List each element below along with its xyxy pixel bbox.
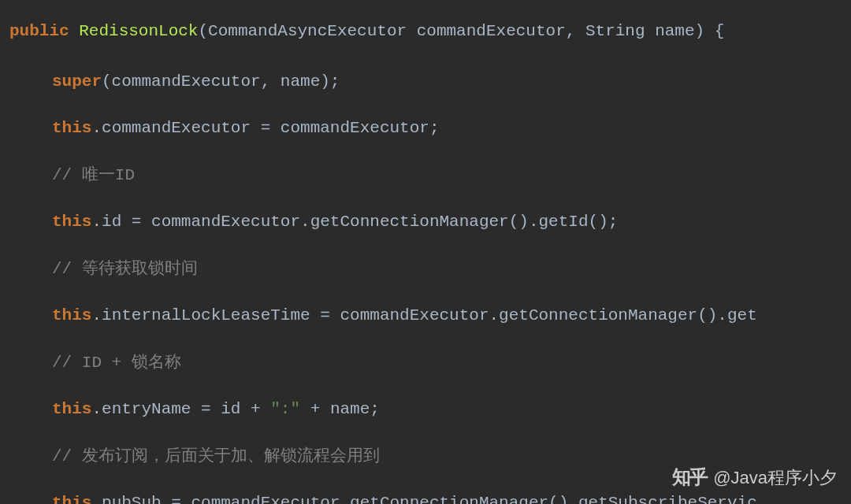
comment-unique-id: // 唯一ID [9, 163, 842, 188]
keyword-public: public [9, 22, 69, 40]
keyword-this: this [52, 400, 91, 418]
super-args: (commandExecutor, name); [102, 72, 340, 91]
keyword-this: this [52, 213, 91, 231]
assign-pubsub: .pubSub = commandExecutor.getConnectionM… [91, 494, 756, 504]
code-line-id: this.id = commandExecutor.getConnectionM… [9, 209, 842, 235]
string-literal: ":" [270, 400, 300, 418]
method-name: RedissonLock [79, 22, 198, 40]
assign-id: .id = commandExecutor.getConnectionManag… [91, 213, 618, 231]
comment-id-lockname: // ID + 锁名称 [9, 350, 842, 376]
keyword-this: this [52, 494, 91, 504]
code-line-locklease: this.internalLockLeaseTime = commandExec… [9, 303, 842, 328]
code-line-pubsub: this.pubSub = commandExecutor.getConnect… [9, 491, 842, 504]
watermark: 知乎 @Java程序小夕 [672, 463, 837, 491]
assign-entry-pre: .entryName = id + [91, 400, 270, 418]
comment-wait-lock: // 等待获取锁时间 [9, 257, 842, 282]
keyword-super: super [52, 72, 102, 91]
assign-entry-post: + name; [300, 400, 380, 418]
assign-cmdexec: .commandExecutor = commandExecutor; [91, 119, 439, 137]
keyword-this: this [52, 306, 91, 324]
zhihu-logo-icon: 知乎 [672, 463, 707, 491]
watermark-text: @Java程序小夕 [713, 465, 837, 491]
code-line-cmdexec: this.commandExecutor = commandExecutor; [9, 116, 842, 141]
code-line-entryname: this.entryName = id + ":" + name; [9, 397, 842, 422]
assign-locklease: .internalLockLeaseTime = commandExecutor… [91, 306, 756, 324]
code-line-signature: public RedissonLock(CommandAsyncExecutor… [9, 19, 842, 44]
keyword-this: this [52, 119, 91, 137]
code-line-super: super(commandExecutor, name); [9, 69, 842, 94]
signature-params: (CommandAsyncExecutor commandExecutor, S… [198, 22, 724, 40]
